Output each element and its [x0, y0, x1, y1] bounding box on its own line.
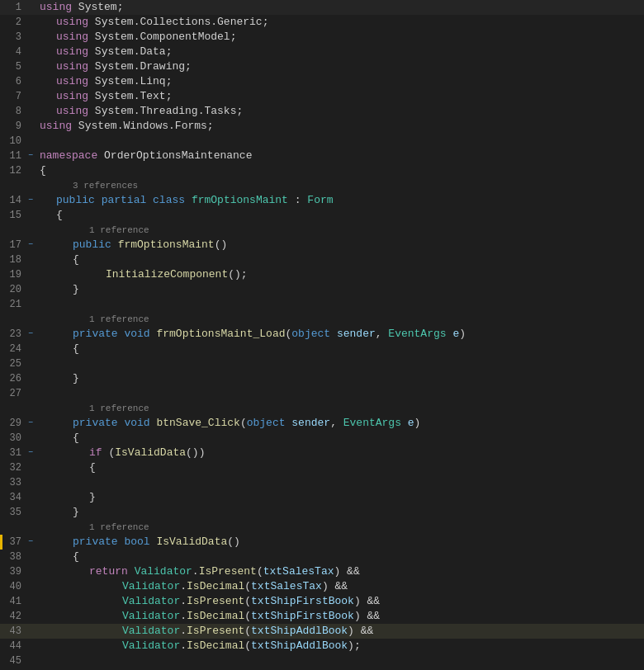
line-content-38: { [36, 550, 644, 564]
line-content-26: } [36, 371, 644, 386]
code-line-11: 11 − namespace OrderOptionsMaintenance [0, 149, 644, 163]
code-line-34: 34 } [0, 490, 644, 505]
collapse-11[interactable]: − [25, 149, 36, 163]
line-content-15: { [36, 208, 644, 223]
line-number-45: 45 [0, 653, 25, 668]
collapse-23[interactable]: − [25, 327, 36, 342]
line-number-24: 24 [0, 342, 25, 356]
collapse-37[interactable]: − [25, 535, 36, 550]
collapse-29[interactable]: − [25, 416, 36, 431]
code-editor: 1 using System; 2 using System.Collectio… [0, 0, 644, 670]
line-content-11: namespace OrderOptionsMaintenance [36, 149, 644, 163]
line-content-39: return Validator.IsPresent(txtSalesTax) … [36, 564, 644, 579]
line-number-5: 5 [0, 59, 25, 74]
line-number-3: 3 [0, 30, 25, 45]
code-line-13: 3 references [0, 178, 644, 193]
line-content-13: 3 references [36, 178, 644, 193]
code-line-3: 3 using System.ComponentModel; [0, 30, 644, 45]
code-line-20: 20 } [0, 282, 644, 297]
code-line-18: 18 { [0, 252, 644, 267]
line-content-9: using System.Windows.Forms; [36, 119, 644, 134]
line-number-14: 14 [0, 193, 25, 208]
line-content-1: using System; [36, 0, 644, 15]
line-content-18: { [36, 252, 644, 267]
code-line-25: 25 [0, 356, 644, 371]
line-content-30: { [36, 431, 644, 446]
line-number-35: 35 [0, 505, 25, 520]
line-number-37: 37 [0, 535, 25, 550]
code-line-30: 30 { [0, 431, 644, 446]
line-number-40: 40 [0, 579, 25, 594]
code-line-36: 1 reference [0, 520, 644, 535]
line-number-42: 42 [0, 609, 25, 624]
code-line-1: 1 using System; [0, 0, 644, 15]
line-content-24: { [36, 342, 644, 356]
line-content-41: Validator.IsPresent(txtShipFirstBook) && [36, 594, 644, 609]
code-line-6: 6 using System.Linq; [0, 74, 644, 89]
line-number-20: 20 [0, 282, 25, 297]
line-content-36: 1 reference [36, 520, 644, 535]
code-line-15: 15 { [0, 208, 644, 223]
code-line-24: 24 { [0, 342, 644, 356]
line-number-12: 12 [0, 163, 25, 178]
line-number-27: 27 [0, 386, 25, 401]
line-content-22: 1 reference [36, 312, 644, 327]
code-line-19: 19 InitializeComponent(); [0, 267, 644, 282]
line-number-11: 11 [0, 149, 25, 163]
code-line-23: 23 − private void frmOptionsMaint_Load(o… [0, 327, 644, 342]
line-number-10: 10 [0, 134, 25, 149]
line-content-8: using System.Threading.Tasks; [36, 104, 644, 119]
yellow-marker [0, 535, 2, 550]
collapse-14[interactable]: − [25, 193, 36, 208]
line-number-43: 43 [0, 624, 25, 639]
line-number-23: 23 [0, 327, 25, 342]
code-line-21: 21 [0, 297, 644, 312]
code-line-45: 45 [0, 653, 644, 668]
line-number-25: 25 [0, 356, 25, 371]
code-line-33: 33 [0, 475, 644, 490]
collapse-17[interactable]: − [25, 238, 36, 252]
line-number-39: 39 [0, 564, 25, 579]
line-number-41: 41 [0, 594, 25, 609]
line-content-6: using System.Linq; [36, 74, 644, 89]
line-number-2: 2 [0, 15, 25, 30]
line-number-26: 26 [0, 371, 25, 386]
code-line-37: 37 − private bool IsValidData() [0, 535, 644, 550]
code-line-27: 27 [0, 386, 644, 401]
line-number-4: 4 [0, 45, 25, 59]
line-number-8: 8 [0, 104, 25, 119]
code-line-5: 5 using System.Drawing; [0, 59, 644, 74]
line-number-18: 18 [0, 252, 25, 267]
code-line-7: 7 using System.Text; [0, 89, 644, 104]
line-number-9: 9 [0, 119, 25, 134]
code-line-38: 38 { [0, 550, 644, 564]
line-content-29: private void btnSave_Click(object sender… [36, 416, 644, 431]
code-line-32: 32 { [0, 460, 644, 475]
line-content-43: Validator.IsPresent(txtShipAddlBook) && [36, 624, 644, 639]
line-content-19: InitializeComponent(); [36, 267, 644, 282]
collapse-31[interactable]: − [25, 446, 36, 460]
line-number-1: 1 [0, 0, 25, 15]
line-number-31: 31 [0, 446, 25, 460]
line-number-38: 38 [0, 550, 25, 564]
code-line-2: 2 using System.Collections.Generic; [0, 15, 644, 30]
line-number-29: 29 [0, 416, 25, 431]
code-line-28: 1 reference [0, 401, 644, 416]
line-number-32: 32 [0, 460, 25, 475]
line-content-42: Validator.IsDecimal(txtShipFirstBook) && [36, 609, 644, 624]
line-content-44: Validator.IsDecimal(txtShipAddlBook); [36, 639, 644, 653]
line-content-40: Validator.IsDecimal(txtSalesTax) && [36, 579, 644, 594]
code-line-17: 17 − public frmOptionsMaint() [0, 238, 644, 252]
line-number-34: 34 [0, 490, 25, 505]
code-line-44: 44 Validator.IsDecimal(txtShipAddlBook); [0, 639, 644, 653]
code-line-10: 10 [0, 134, 644, 149]
code-line-16: 1 reference [0, 223, 644, 238]
line-content-23: private void frmOptionsMaint_Load(object… [36, 327, 644, 342]
line-number-33: 33 [0, 475, 25, 490]
line-content-7: using System.Text; [36, 89, 644, 104]
code-line-43: 43 Validator.IsPresent(txtShipAddlBook) … [0, 624, 644, 639]
code-line-9: 9 using System.Windows.Forms; [0, 119, 644, 134]
line-number-21: 21 [0, 297, 25, 312]
code-line-42: 42 Validator.IsDecimal(txtShipFirstBook)… [0, 609, 644, 624]
line-number-30: 30 [0, 431, 25, 446]
